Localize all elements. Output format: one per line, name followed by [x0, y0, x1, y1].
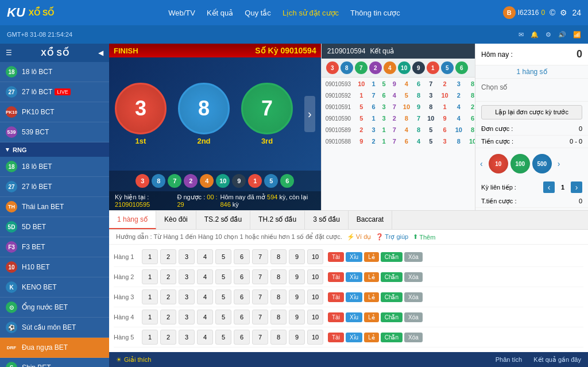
bell-icon[interactable]: 🔔 — [531, 31, 539, 38]
nav-quytac[interactable]: Quy tắc — [245, 9, 271, 17]
them-link[interactable]: ⬆ Thêm — [413, 233, 435, 241]
tab-ts2-so-dau[interactable]: TS.2 số đầu — [196, 211, 250, 229]
number-btn-10[interactable]: 10 — [307, 269, 323, 284]
number-btn-7[interactable]: 7 — [252, 269, 268, 284]
tro-giup-link[interactable]: ❓ Trợ giúp — [376, 233, 408, 241]
xoa-btn[interactable]: Xóa — [404, 333, 423, 342]
number-btn-8[interactable]: 8 — [270, 269, 287, 284]
giai-thich-btn[interactable]: ☀ Giải thích — [116, 356, 151, 364]
vi-du-link[interactable]: ⚡ Ví dụ — [347, 233, 372, 241]
ket-qua-btn[interactable]: Kết quả gần đây — [533, 356, 581, 364]
number-btn-10[interactable]: 10 — [307, 310, 323, 324]
number-btn-2[interactable]: 2 — [160, 289, 176, 304]
number-btn-3[interactable]: 3 — [179, 269, 195, 284]
xoa-btn[interactable]: Xóa — [404, 252, 423, 262]
number-btn-10[interactable]: 10 — [307, 330, 323, 345]
nav-ketqua[interactable]: Kết quả — [207, 9, 233, 17]
number-btn-4[interactable]: 4 — [197, 249, 213, 264]
number-btn-7[interactable]: 7 — [252, 330, 268, 345]
number-btn-9[interactable]: 9 — [289, 269, 305, 284]
tai-btn[interactable]: Tài — [328, 252, 344, 262]
number-btn-1[interactable]: 1 — [142, 310, 158, 324]
chan-btn[interactable]: Chẵn — [381, 252, 403, 262]
nav-lichsu[interactable]: Lịch sử đặt cược — [283, 9, 339, 17]
chip-10[interactable]: 10 — [489, 154, 508, 173]
ky-decrement[interactable]: ‹ — [543, 181, 555, 193]
xoa-btn[interactable]: Xóa — [404, 272, 423, 282]
number-btn-5[interactable]: 5 — [215, 310, 231, 324]
number-btn-5[interactable]: 5 — [215, 330, 231, 345]
number-btn-6[interactable]: 6 — [234, 310, 250, 324]
tab-baccarat[interactable]: Baccarat — [349, 211, 392, 229]
number-btn-7[interactable]: 7 — [252, 289, 268, 304]
number-btn-6[interactable]: 6 — [234, 249, 250, 264]
number-btn-8[interactable]: 8 — [270, 310, 287, 324]
chips-next[interactable]: › — [558, 159, 560, 168]
number-btn-4[interactable]: 4 — [197, 330, 213, 345]
tab-keo-doi[interactable]: Kèo đôi — [156, 211, 196, 229]
number-btn-1[interactable]: 1 — [142, 269, 158, 284]
number-btn-1[interactable]: 1 — [142, 249, 158, 264]
tai-btn[interactable]: Tài — [328, 272, 344, 282]
settings-icon[interactable]: ⚙ — [560, 8, 567, 17]
chip-500[interactable]: 500 — [532, 154, 552, 173]
sidebar-item-pk10bct[interactable]: PK10 PK10 BCT — [0, 102, 109, 122]
number-btn-8[interactable]: 8 — [270, 249, 287, 264]
number-btn-9[interactable]: 9 — [289, 310, 305, 324]
xiu-btn[interactable]: Xỉu — [346, 292, 362, 302]
number-btn-9[interactable]: 9 — [289, 249, 305, 264]
number-btn-8[interactable]: 8 — [270, 289, 287, 304]
xoa-btn[interactable]: Xóa — [404, 312, 423, 322]
number-btn-3[interactable]: 3 — [179, 330, 195, 345]
number-btn-10[interactable]: 10 — [307, 289, 323, 304]
sidebar-menu-icon[interactable]: ☰ — [6, 49, 12, 57]
sidebar-item-27lobet[interactable]: 27 27 lô BET — [0, 177, 109, 197]
coin-icon[interactable]: © — [550, 8, 555, 17]
chan-btn[interactable]: Chẵn — [381, 312, 403, 322]
sidebar-item-thailan[interactable]: TH Thái Lan BET — [0, 197, 109, 217]
sidebar-item-18lobet[interactable]: 18 18 lô BET — [0, 157, 109, 177]
sidebar-item-duangua[interactable]: DRF Đua ngựa BET — [0, 338, 109, 358]
number-btn-8[interactable]: 8 — [270, 330, 287, 345]
number-btn-4[interactable]: 4 — [197, 310, 213, 324]
le-btn[interactable]: Lẻ — [364, 252, 379, 262]
number-btn-4[interactable]: 4 — [197, 269, 213, 284]
mail-icon[interactable]: ✉ — [519, 31, 524, 38]
sidebar-item-f3bet[interactable]: F3 F3 BET — [0, 237, 109, 257]
sidebar-item-18lobct[interactable]: 18 18 lô BCT — [0, 62, 109, 82]
sidebar-item-shipbet[interactable]: S Ship BET — [0, 358, 109, 367]
number-btn-7[interactable]: 7 — [252, 249, 268, 264]
sidebar-item-27lobct[interactable]: 27 27 lô BCT LIVE — [0, 82, 109, 102]
sidebar-item-h10bet[interactable]: 10 H10 BET — [0, 257, 109, 277]
number-btn-6[interactable]: 6 — [234, 330, 250, 345]
sidebar-item-ongnuoc[interactable]: ⊙ Ổng nước BET — [0, 298, 109, 318]
number-btn-3[interactable]: 3 — [179, 289, 195, 304]
lap-lai-button[interactable]: Lập lại đơn cược kỳ trước — [481, 105, 582, 119]
number-btn-3[interactable]: 3 — [179, 310, 195, 324]
nav-thongtin[interactable]: Thông tin cược — [350, 9, 400, 17]
chan-btn[interactable]: Chẵn — [381, 292, 403, 302]
ky-increment[interactable]: › — [571, 181, 582, 193]
next-arrow[interactable]: › — [304, 96, 315, 132]
le-btn[interactable]: Lẻ — [364, 312, 379, 322]
number-btn-4[interactable]: 4 — [197, 289, 213, 304]
number-btn-7[interactable]: 7 — [252, 310, 268, 324]
tab-1hang-so[interactable]: 1 hàng số — [109, 211, 156, 229]
xiu-btn[interactable]: Xỉu — [346, 312, 362, 322]
xiu-btn[interactable]: Xỉu — [346, 333, 362, 342]
number-btn-1[interactable]: 1 — [142, 330, 158, 345]
xoa-btn[interactable]: Xóa — [404, 292, 423, 302]
sidebar-item-5dbet[interactable]: 5D 5D BET — [0, 217, 109, 237]
number-btn-5[interactable]: 5 — [215, 249, 231, 264]
number-btn-2[interactable]: 2 — [160, 249, 176, 264]
sidebar-item-kenobet[interactable]: K KENO BET — [0, 277, 109, 298]
sidebar-item-sutcaumon[interactable]: ⚽ Sút cầu môn BET — [0, 318, 109, 338]
number-btn-5[interactable]: 5 — [215, 269, 231, 284]
gear-icon[interactable]: ⚙ — [546, 31, 551, 38]
number-btn-2[interactable]: 2 — [160, 310, 176, 324]
number-btn-6[interactable]: 6 — [234, 289, 250, 304]
le-btn[interactable]: Lẻ — [364, 292, 379, 302]
sidebar-item-539bct[interactable]: 539 539 BCT — [0, 122, 109, 142]
tab-th2-so-dau[interactable]: TH.2 số đầu — [250, 211, 305, 229]
tai-btn[interactable]: Tài — [328, 292, 344, 302]
